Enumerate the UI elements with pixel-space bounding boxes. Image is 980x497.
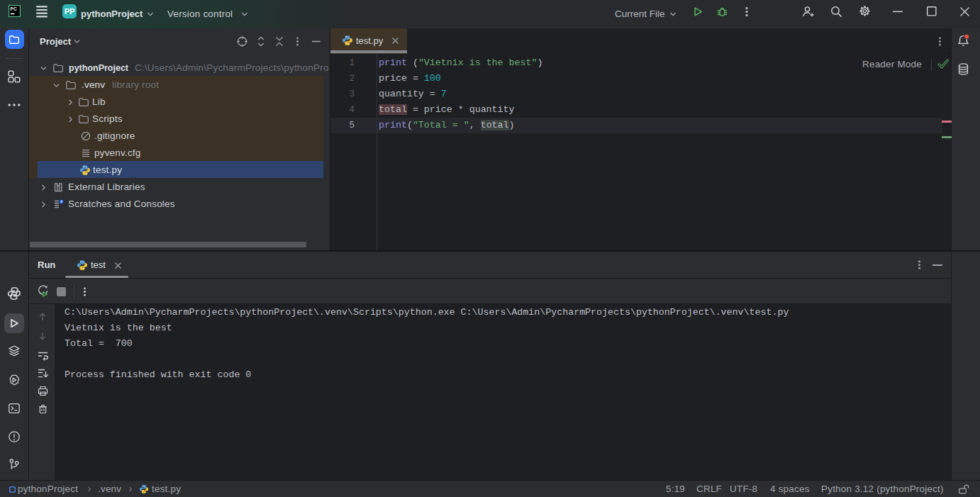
svg-text:PC: PC	[11, 6, 17, 11]
